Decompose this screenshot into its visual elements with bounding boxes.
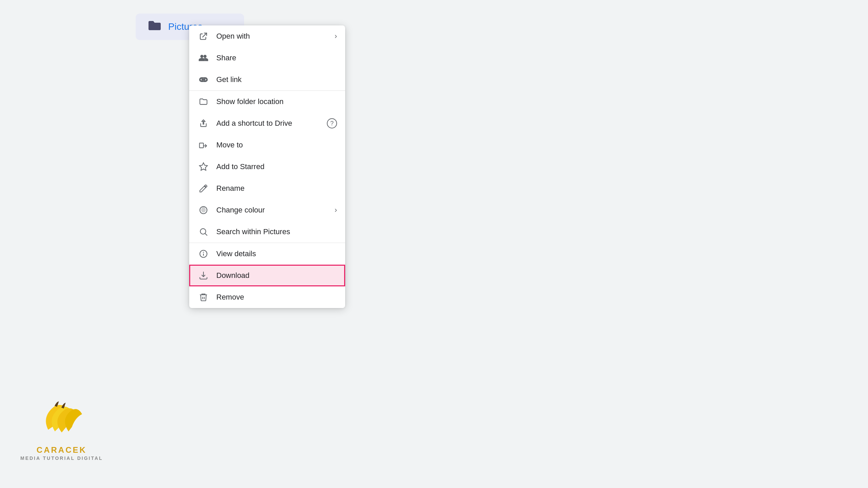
svg-line-0 xyxy=(203,33,207,37)
open-with-arrow: › xyxy=(335,32,337,41)
menu-item-open-with[interactable]: Open with › xyxy=(189,25,345,47)
menu-section-2: Show folder location Add a shortcut to D… xyxy=(189,91,345,243)
folder-icon xyxy=(148,20,161,34)
menu-item-download[interactable]: Download xyxy=(189,265,345,286)
move-to-icon xyxy=(197,139,210,151)
menu-item-show-folder-location[interactable]: Show folder location xyxy=(189,91,345,113)
context-menu: Open with › Share Get link Show folder l… xyxy=(189,25,345,308)
menu-item-add-starred[interactable]: Add to Starred xyxy=(189,156,345,178)
add-shortcut-label: Add a shortcut to Drive xyxy=(216,119,320,128)
menu-section-1: Open with › Share Get link xyxy=(189,25,345,91)
link-icon xyxy=(197,74,210,86)
show-folder-location-label: Show folder location xyxy=(216,97,337,106)
menu-item-search-within[interactable]: Search within Pictures xyxy=(189,221,345,243)
menu-item-rename[interactable]: Rename xyxy=(189,178,345,199)
search-within-label: Search within Pictures xyxy=(216,227,337,236)
rename-label: Rename xyxy=(216,184,337,193)
background xyxy=(0,0,868,488)
logo-subtitle: MEDIA TUTORIAL DIGITAL xyxy=(20,455,103,461)
add-starred-label: Add to Starred xyxy=(216,162,337,171)
svg-marker-2 xyxy=(199,163,207,170)
remove-label: Remove xyxy=(216,293,337,302)
rename-icon xyxy=(197,182,210,195)
colour-icon xyxy=(197,204,210,216)
change-colour-arrow: › xyxy=(335,206,337,215)
menu-item-change-colour[interactable]: Change colour › xyxy=(189,199,345,221)
menu-item-move-to[interactable]: Move to xyxy=(189,134,345,156)
download-label: Download xyxy=(216,271,337,280)
svg-rect-1 xyxy=(199,143,203,148)
share-icon xyxy=(197,52,210,64)
open-with-icon xyxy=(197,30,210,42)
view-details-label: View details xyxy=(216,249,337,258)
svg-point-4 xyxy=(200,229,206,234)
change-colour-label: Change colour xyxy=(216,206,328,215)
banana-illustration xyxy=(28,399,96,443)
move-to-label: Move to xyxy=(216,141,337,149)
help-icon[interactable]: ? xyxy=(327,118,337,128)
share-label: Share xyxy=(216,54,337,62)
info-icon xyxy=(197,248,210,260)
folder-location-icon xyxy=(197,96,210,108)
menu-item-share[interactable]: Share xyxy=(189,47,345,69)
logo-area: CARACEK MEDIA TUTORIAL DIGITAL xyxy=(20,399,103,461)
menu-item-view-details[interactable]: View details xyxy=(189,243,345,265)
trash-icon xyxy=(197,291,210,303)
shortcut-icon xyxy=(197,117,210,129)
logo-title: CARACEK xyxy=(37,445,87,455)
menu-section-3: View details Download Remove xyxy=(189,243,345,308)
menu-item-remove[interactable]: Remove xyxy=(189,286,345,308)
star-icon xyxy=(197,161,210,173)
menu-item-get-link[interactable]: Get link xyxy=(189,69,345,90)
search-icon xyxy=(197,226,210,238)
download-icon xyxy=(197,269,210,282)
get-link-label: Get link xyxy=(216,75,337,84)
menu-item-add-shortcut[interactable]: Add a shortcut to Drive ? xyxy=(189,113,345,134)
open-with-label: Open with xyxy=(216,32,328,41)
